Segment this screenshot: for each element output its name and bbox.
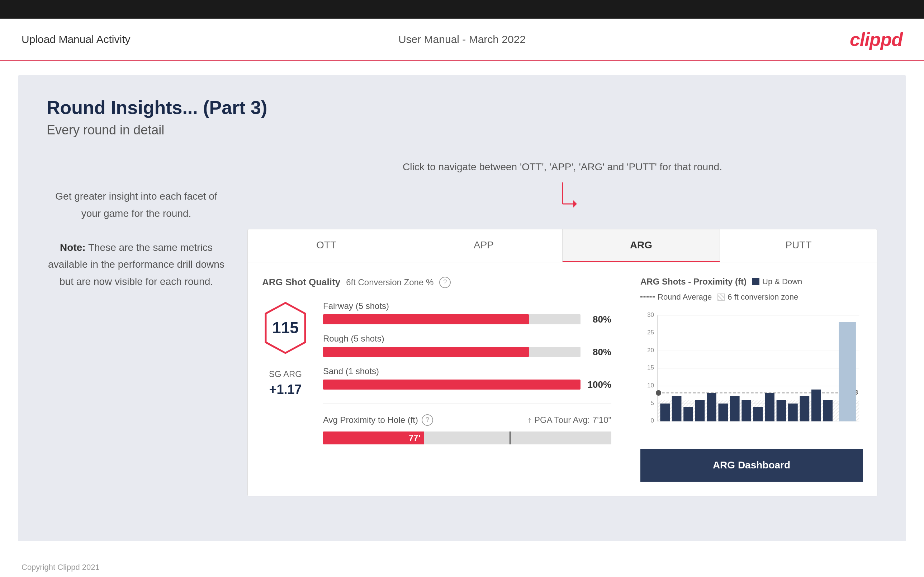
nav-annotation: Click to navigate between 'OTT', 'APP', … xyxy=(247,159,877,218)
legend-round-avg-icon xyxy=(640,297,655,297)
tab-app[interactable]: APP xyxy=(405,229,562,262)
legend-round-avg: Round Average xyxy=(640,292,712,302)
center-label: User Manual - March 2022 xyxy=(398,33,526,45)
svg-text:30: 30 xyxy=(647,311,654,318)
chart-bar-14 xyxy=(811,390,821,421)
bar-wrapper-sand: 100% xyxy=(323,379,611,390)
hexagon-container: 115 SG ARG +1.17 xyxy=(262,301,309,397)
proximity-label: Avg Proximity to Hole (ft) xyxy=(323,415,418,425)
svg-text:5: 5 xyxy=(651,399,654,406)
content-layout: Get greater insight into each facet of y… xyxy=(47,159,877,496)
chart-bar-9 xyxy=(753,407,763,421)
chart-bar-10 xyxy=(765,393,774,421)
chart-bar-15 xyxy=(823,400,833,421)
dashboard-body: ARG Shot Quality 6ft Conversion Zone % ? xyxy=(248,262,877,496)
hexagon-score-display: 115 xyxy=(262,301,309,355)
left-section: ARG Shot Quality 6ft Conversion Zone % ? xyxy=(248,262,626,496)
clippd-logo: clippd xyxy=(850,29,903,50)
conversion-title: 6ft Conversion Zone % xyxy=(346,277,433,287)
bar-label-fairway: Fairway (5 shots) xyxy=(323,301,611,311)
bar-fill-sand xyxy=(323,380,580,390)
tab-bar: OTT APP ARG PUTT xyxy=(248,229,877,262)
tab-ott[interactable]: OTT xyxy=(248,229,405,262)
proximity-bar-track: 77' xyxy=(323,432,611,445)
bar-pct-fairway: 80% xyxy=(586,314,611,325)
right-section: ARG Shots - Proximity (ft) Up & Down Rou… xyxy=(626,262,877,496)
chart-bar-12 xyxy=(788,403,798,421)
bar-row-rough: Rough (5 shots) 80% xyxy=(323,334,611,358)
bars-section: Fairway (5 shots) 80% Rou xyxy=(323,301,611,445)
arg-proximity-chart: 0 5 10 15 20 25 xyxy=(640,309,863,438)
left-panel: Get greater insight into each facet of y… xyxy=(47,159,226,290)
chart-bar-13 xyxy=(800,396,809,421)
bar-fill-fairway xyxy=(323,314,529,324)
chart-header: ARG Shots - Proximity (ft) Up & Down Rou… xyxy=(640,277,863,302)
round-avg-dot-left xyxy=(656,390,661,396)
tab-putt[interactable]: PUTT xyxy=(720,229,877,262)
bar-pct-rough: 80% xyxy=(586,347,611,358)
bar-row-sand: Sand (1 shots) 100% xyxy=(323,366,611,390)
chart-bar-7 xyxy=(730,396,740,421)
proximity-bar-fill: 77' xyxy=(323,432,424,445)
page-subtitle: Every round in detail xyxy=(47,122,877,138)
header: Upload Manual Activity User Manual - Mar… xyxy=(0,19,924,61)
chart-bar-6 xyxy=(718,403,728,421)
hexagon-score-value: 115 xyxy=(272,319,298,337)
nav-arrow-icon xyxy=(548,182,577,218)
sg-label: SG ARG xyxy=(269,369,302,379)
bar-wrapper-fairway: 80% xyxy=(323,314,611,325)
proximity-cursor-icon xyxy=(509,432,510,445)
arg-dashboard-button[interactable]: ARG Dashboard xyxy=(640,449,863,482)
bar-track-rough xyxy=(323,347,580,357)
proximity-value: 77' xyxy=(409,433,420,443)
proximity-title: Avg Proximity to Hole (ft) ? xyxy=(323,414,433,426)
chart-bar-3 xyxy=(683,407,693,421)
footer: Copyright Clippd 2021 xyxy=(0,556,924,577)
section-header: ARG Shot Quality 6ft Conversion Zone % ? xyxy=(262,277,611,288)
quality-title: ARG Shot Quality xyxy=(262,277,340,288)
sg-section: SG ARG +1.17 xyxy=(269,369,302,397)
chart-area: 0 5 10 15 20 25 xyxy=(640,309,863,438)
arrow-container xyxy=(247,182,877,218)
sg-value: +1.17 xyxy=(269,382,302,397)
insight-text: Get greater insight into each facet of y… xyxy=(47,188,226,290)
insight-text-1: Get greater insight into each facet of y… xyxy=(55,191,217,219)
proximity-help-icon[interactable]: ? xyxy=(422,414,433,426)
legend-up-down-label: Up & Down xyxy=(762,277,802,286)
legend-up-down-icon xyxy=(752,278,759,285)
legend-up-down: Up & Down xyxy=(752,277,802,286)
page-title: Round Insights... (Part 3) xyxy=(47,97,877,118)
tab-arg[interactable]: ARG xyxy=(562,229,720,262)
svg-marker-2 xyxy=(573,200,577,208)
copyright-text: Copyright Clippd 2021 xyxy=(21,562,100,572)
help-icon[interactable]: ? xyxy=(439,277,451,288)
chart-title: ARG Shots - Proximity (ft) xyxy=(640,277,746,287)
bar-wrapper-rough: 80% xyxy=(323,347,611,358)
bar-fill-rough xyxy=(323,347,529,357)
svg-text:0: 0 xyxy=(651,417,654,424)
upload-label[interactable]: Upload Manual Activity xyxy=(21,33,131,45)
bar-row-fairway: Fairway (5 shots) 80% xyxy=(323,301,611,325)
bar-track-fairway xyxy=(323,314,580,324)
legend-six-ft-icon xyxy=(717,293,725,301)
top-bar xyxy=(0,0,924,19)
insight-note: Note: xyxy=(60,242,86,253)
chart-bar-8 xyxy=(741,400,751,421)
bar-pct-sand: 100% xyxy=(586,379,611,390)
svg-text:25: 25 xyxy=(647,329,654,336)
chart-bar-1 xyxy=(660,403,670,421)
left-metrics: 115 SG ARG +1.17 Fairway (5 shot xyxy=(262,301,611,445)
chart-bar-2 xyxy=(672,396,682,421)
legend-round-avg-label: Round Average xyxy=(657,292,712,302)
bar-label-sand: Sand (1 shots) xyxy=(323,366,611,376)
right-panel: Click to navigate between 'OTT', 'APP', … xyxy=(247,159,877,496)
proximity-avg: ↑ PGA Tour Avg: 7'10" xyxy=(527,415,611,425)
svg-text:20: 20 xyxy=(647,347,654,354)
chart-bar-4 xyxy=(695,400,705,421)
bar-label-rough: Rough (5 shots) xyxy=(323,334,611,344)
legend-six-ft: 6 ft conversion zone xyxy=(717,292,798,302)
chart-bar-5 xyxy=(707,393,716,421)
svg-text:15: 15 xyxy=(647,364,654,371)
bar-track-sand xyxy=(323,380,580,390)
chart-bar-11 xyxy=(777,400,786,421)
